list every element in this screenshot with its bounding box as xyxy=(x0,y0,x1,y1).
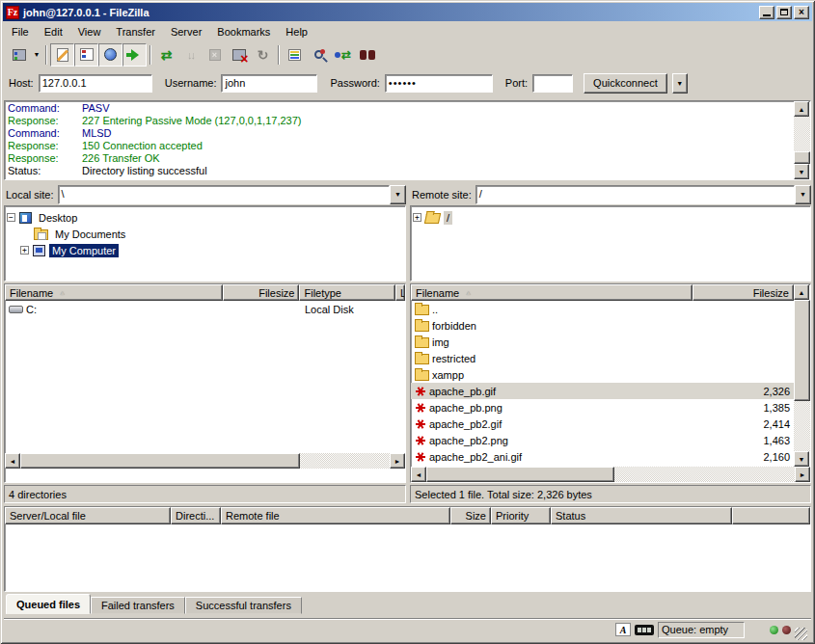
menu-transfer[interactable]: Transfer xyxy=(108,24,163,40)
menu-server[interactable]: Server xyxy=(163,24,209,40)
quickconnect-dropdown[interactable]: ▼ xyxy=(672,73,688,94)
toggle-message-log-button[interactable] xyxy=(50,43,74,67)
chevron-down-icon[interactable]: ▼ xyxy=(390,185,406,204)
list-item-c-drive[interactable]: C: Local Disk xyxy=(5,301,405,317)
column-server-local-file[interactable]: Server/Local file xyxy=(5,507,171,524)
password-input[interactable]: •••••• xyxy=(385,74,493,93)
menu-file[interactable]: File xyxy=(4,24,37,40)
expand-icon[interactable]: + xyxy=(413,213,421,222)
menu-view[interactable]: View xyxy=(70,24,109,40)
column-priority[interactable]: Priority xyxy=(491,507,551,524)
local-site-combo[interactable]: \ ▼ xyxy=(58,185,406,204)
cancel-operation-button[interactable]: × xyxy=(203,43,227,67)
file-search-button[interactable] xyxy=(307,43,331,67)
tree-item-my-documents[interactable]: My Documents xyxy=(7,226,403,242)
scrollbar-thumb[interactable] xyxy=(20,453,300,469)
binoculars-icon xyxy=(360,50,375,60)
apache-file-icon xyxy=(415,435,426,446)
port-input[interactable] xyxy=(532,74,573,93)
remote-hscrollbar[interactable]: ◄ ► xyxy=(411,467,810,482)
tree-item-my-computer[interactable]: + My Computer xyxy=(7,242,403,258)
list-item-apache-pb-png[interactable]: apache_pb.png1,385 xyxy=(411,399,794,416)
folder-icon xyxy=(415,321,429,332)
message-log[interactable]: Command:PASV Response:227 Entering Passi… xyxy=(4,100,811,180)
local-hscrollbar[interactable]: ◄ ► xyxy=(5,453,405,469)
toggle-queue-button[interactable] xyxy=(122,43,147,67)
tab-failed-transfers[interactable]: Failed transfers xyxy=(91,597,185,614)
synchronized-browsing-button[interactable]: ⇄ xyxy=(331,43,355,67)
scroll-left-icon[interactable]: ◄ xyxy=(5,453,20,469)
collapse-icon[interactable]: − xyxy=(7,213,15,222)
disk-drive-icon xyxy=(9,306,23,313)
list-item-parent-dir[interactable]: .. xyxy=(411,301,794,317)
process-queue-button[interactable]: ↓↓ xyxy=(178,43,203,67)
reconnect-button[interactable]: ↻ xyxy=(251,43,275,67)
quickconnect-button[interactable]: Quickconnect xyxy=(584,73,667,94)
toggle-remote-tree-button[interactable] xyxy=(98,43,122,67)
minimize-button[interactable] xyxy=(759,6,774,19)
title-bar[interactable]: Fz john@127.0.0.1 - FileZilla × xyxy=(3,3,812,21)
list-item-apache-pb2-ani-gif[interactable]: apache_pb2_ani.gif2,160 xyxy=(411,448,794,465)
column-filename[interactable]: Filename▲ xyxy=(5,284,223,301)
host-input[interactable]: 127.0.0.1 xyxy=(39,74,152,93)
log-line: Command:PASV xyxy=(8,102,807,115)
menu-bookmarks[interactable]: Bookmarks xyxy=(209,24,278,40)
remote-site-combo[interactable]: / ▼ xyxy=(475,185,811,204)
column-remote-file[interactable]: Remote file xyxy=(221,507,450,524)
list-item-forbidden[interactable]: forbidden xyxy=(411,317,794,334)
site-manager-button[interactable] xyxy=(7,43,31,67)
tree-item-root[interactable]: + / xyxy=(413,209,808,226)
column-size[interactable]: Size xyxy=(450,507,491,524)
refresh-button[interactable]: ⇄ xyxy=(154,43,178,67)
filter-button[interactable] xyxy=(283,43,307,67)
disconnect-button[interactable] xyxy=(227,43,251,67)
list-item-apache-pb2-gif[interactable]: apache_pb2.gif2,414 xyxy=(411,416,794,432)
menu-help[interactable]: Help xyxy=(278,24,315,40)
list-item-restricted[interactable]: restricted xyxy=(411,350,794,366)
column-filename[interactable]: Filename▲ xyxy=(411,284,693,301)
toggle-local-tree-button[interactable] xyxy=(74,43,98,67)
remote-list-header: Filename▲ Filesize xyxy=(411,284,794,301)
scrollbar-thumb[interactable] xyxy=(426,467,614,482)
column-direction[interactable]: Directi... xyxy=(171,507,221,524)
tab-successful-transfers[interactable]: Successful transfers xyxy=(185,597,302,614)
column-filetype[interactable]: Filetype xyxy=(299,284,395,301)
folder-icon xyxy=(415,370,429,381)
directory-comparison-button[interactable] xyxy=(355,43,379,67)
port-label: Port: xyxy=(505,77,528,89)
menu-edit[interactable]: Edit xyxy=(37,24,70,40)
column-filesize[interactable]: Filesize xyxy=(223,284,300,301)
log-scrollbar[interactable]: ▲ ▼ xyxy=(794,101,810,179)
scroll-right-icon[interactable]: ► xyxy=(390,453,405,469)
list-item-apache-pb-gif[interactable]: apache_pb.gif2,326 xyxy=(411,383,794,399)
chevron-down-icon[interactable]: ▼ xyxy=(795,185,811,204)
scrollbar-thumb[interactable] xyxy=(794,300,810,401)
menu-bar: File Edit View Transfer Server Bookmarks… xyxy=(4,22,811,40)
column-last-modified[interactable]: L xyxy=(395,284,405,301)
list-item-img[interactable]: img xyxy=(411,334,794,350)
message-log-icon xyxy=(57,48,68,62)
column-filesize[interactable]: Filesize xyxy=(693,284,794,301)
username-input[interactable]: john xyxy=(221,74,317,93)
tab-queued-files[interactable]: Queued files xyxy=(6,594,91,614)
scroll-up-icon[interactable]: ▲ xyxy=(794,101,809,117)
tree-item-desktop[interactable]: − Desktop xyxy=(7,209,403,226)
close-button[interactable]: × xyxy=(794,6,809,19)
scroll-up-icon[interactable]: ▲ xyxy=(794,284,809,300)
site-manager-dropdown[interactable]: ▼ xyxy=(31,44,42,66)
column-status[interactable]: Status xyxy=(551,507,732,524)
scrollbar-thumb[interactable] xyxy=(794,151,810,164)
remote-vscrollbar[interactable]: ▲ ▼ xyxy=(794,284,810,467)
expand-icon[interactable]: + xyxy=(20,246,29,255)
scroll-right-icon[interactable]: ► xyxy=(795,467,810,482)
maximize-button[interactable] xyxy=(776,6,792,19)
resize-grip[interactable] xyxy=(795,628,807,640)
list-item-xampp[interactable]: xampp xyxy=(411,366,794,383)
scroll-down-icon[interactable]: ▼ xyxy=(794,451,809,467)
toolbar-separator xyxy=(149,45,151,65)
scroll-down-icon[interactable]: ▼ xyxy=(794,164,809,179)
scroll-left-icon[interactable]: ◄ xyxy=(411,467,426,482)
queue-header: Server/Local file Directi... Remote file… xyxy=(5,507,810,524)
list-item-apache-pb2-png[interactable]: apache_pb2.png1,463 xyxy=(411,432,794,448)
filezilla-logo-icon: Fz xyxy=(6,6,19,19)
